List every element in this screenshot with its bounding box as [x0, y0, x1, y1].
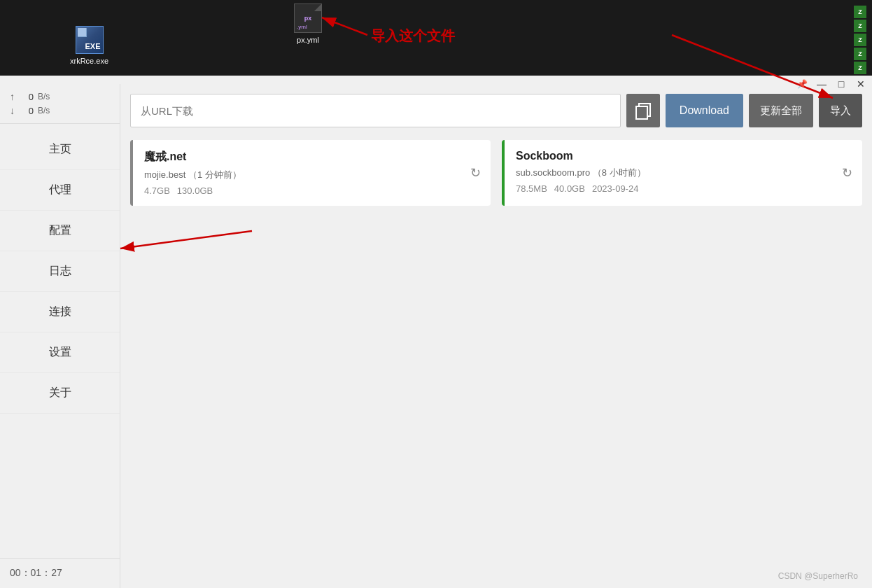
time-display: 00：01：27	[0, 558, 120, 588]
subscription-cards: 魔戒.net mojie.best （1 分钟前） 4.7GB 130.0GB …	[130, 140, 862, 206]
taskbar-icon-2: Z	[854, 20, 866, 32]
url-input[interactable]	[130, 94, 621, 127]
download-button[interactable]: Download	[666, 94, 743, 127]
download-unit: B/s	[38, 106, 50, 115]
copy-icon	[635, 103, 651, 118]
exe-icon-label: xrkRce.exe	[70, 57, 108, 65]
minimize-button[interactable]: —	[815, 77, 829, 91]
subscription-card-sockboom: Sockboom sub.sockboom.pro （8 小时前） 78.5MB…	[502, 140, 862, 206]
main-area: Download 更新全部 导入 魔戒.net mojie.best （1 分钟…	[120, 84, 872, 588]
nav-items: 主页 代理 配置 日志 连接 设置 关于	[0, 124, 120, 419]
exe-icon: EXE	[76, 26, 104, 54]
app-window: ↑ 0 B/s ↓ 0 B/s 主页 代理 配置 日志 连接 设置 关于	[0, 76, 872, 588]
refresh-button-mojie[interactable]: ↻	[470, 165, 481, 181]
subscription-card-mojie: 魔戒.net mojie.best （1 分钟前） 4.7GB 130.0GB …	[130, 140, 491, 206]
close-button[interactable]: ✕	[854, 77, 868, 91]
footer-text: CSDN @SuperherRo	[778, 571, 858, 581]
update-all-button[interactable]: 更新全部	[749, 94, 813, 127]
pin-button[interactable]: 📌	[795, 77, 809, 91]
yaml-icon-label: px.yml	[297, 36, 319, 44]
sidebar-item-logs[interactable]: 日志	[0, 251, 120, 292]
taskbar-icon-5: Z	[854, 62, 866, 74]
title-bar-buttons: 📌 — □ ✕	[795, 77, 868, 91]
sidebar-item-proxy[interactable]: 代理	[0, 170, 120, 211]
import-button[interactable]: 导入	[819, 94, 862, 127]
card-stats-sockboom: 78.5MB 40.0GB 2023-09-24	[516, 183, 851, 194]
download-stat-row: ↓ 0 B/s	[10, 105, 110, 116]
upload-unit: B/s	[38, 92, 50, 102]
sidebar-item-about[interactable]: 关于	[0, 373, 120, 414]
upload-arrow-icon: ↑	[10, 91, 18, 102]
upload-value: 0	[22, 92, 34, 102]
card-name-mojie: 魔戒.net	[144, 150, 479, 164]
card-domain-sockboom: sub.sockboom.pro （8 小时前）	[516, 167, 851, 179]
network-stats: ↑ 0 B/s ↓ 0 B/s	[0, 84, 120, 124]
card-name-sockboom: Sockboom	[516, 150, 851, 162]
sidebar-item-settings[interactable]: 设置	[0, 332, 120, 373]
taskbar-icon-1: Z	[854, 6, 866, 18]
sidebar: ↑ 0 B/s ↓ 0 B/s 主页 代理 配置 日志 连接 设置 关于	[0, 84, 120, 588]
taskbar-right-icons: Z Z Z Z Z	[854, 6, 866, 74]
maximize-button[interactable]: □	[834, 77, 848, 91]
sidebar-item-config[interactable]: 配置	[0, 211, 120, 251]
download-value: 0	[22, 106, 34, 116]
yaml-icon-item[interactable]: px .yml px.yml	[294, 4, 322, 44]
copy-button[interactable]	[626, 94, 660, 127]
yaml-file-icon: px .yml	[294, 4, 322, 33]
download-arrow-icon: ↓	[10, 105, 18, 116]
refresh-button-sockboom[interactable]: ↻	[842, 165, 852, 181]
upload-stat-row: ↑ 0 B/s	[10, 91, 110, 102]
card-stats-mojie: 4.7GB 130.0GB	[144, 186, 479, 196]
exe-icon-item[interactable]: EXE xrkRce.exe	[70, 26, 108, 65]
card-domain-mojie: mojie.best （1 分钟前）	[144, 169, 479, 181]
sidebar-item-home[interactable]: 主页	[0, 130, 120, 170]
taskbar-icon-3: Z	[854, 34, 866, 46]
app-content: ↑ 0 B/s ↓ 0 B/s 主页 代理 配置 日志 连接 设置 关于	[0, 84, 872, 588]
url-bar: Download 更新全部 导入	[130, 94, 862, 127]
sidebar-item-connections[interactable]: 连接	[0, 292, 120, 332]
taskbar-icon-4: Z	[854, 48, 866, 60]
